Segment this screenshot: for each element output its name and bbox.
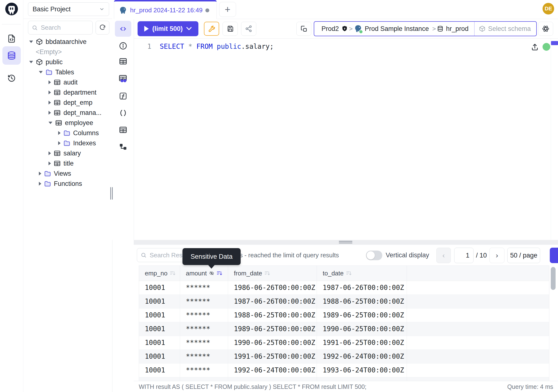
external-tables-button[interactable]	[119, 125, 127, 134]
tree-item-views[interactable]: Views	[23, 168, 112, 179]
table-cell[interactable]: 1992-06-24T00:00:00Z	[317, 350, 407, 363]
table-row[interactable]: 10001******1993-06-24T00:00:00Z1994-06-2…	[139, 377, 549, 381]
caret-down-icon[interactable]	[49, 122, 52, 124]
tree-item-employee[interactable]: employee	[23, 118, 112, 128]
table-cell[interactable]	[407, 350, 549, 363]
upload-button[interactable]	[531, 43, 539, 52]
database-nav-button[interactable]	[2, 46, 21, 65]
table-row[interactable]: 10001******1987-06-26T00:00:00Z1988-06-2…	[139, 295, 549, 308]
table-cell[interactable]: 1991-06-25T00:00:00Z	[228, 350, 317, 363]
table-cell[interactable]: ******	[180, 336, 228, 349]
table-cell[interactable]: 1986-06-26T00:00:00Z	[228, 281, 317, 295]
table-cell[interactable]	[407, 281, 549, 295]
table-cell[interactable]	[407, 364, 549, 377]
caret-right-icon[interactable]	[39, 182, 41, 186]
connection-breadcrumb[interactable]: Prod2 > Prod Sample Instance > hr_prod S…	[314, 21, 537, 36]
sort-icon[interactable]	[264, 270, 270, 276]
sql-editor-mode-button[interactable]	[115, 21, 131, 37]
share-button[interactable]	[241, 22, 256, 36]
chevron-down-icon[interactable]	[186, 26, 192, 31]
bytebase-logo[interactable]	[3, 1, 20, 18]
tree-item-public[interactable]: public	[23, 57, 112, 67]
panel-splitter[interactable]	[134, 240, 558, 245]
wrench-button[interactable]	[204, 22, 219, 36]
column-header-from_date[interactable]: from_date	[228, 266, 317, 281]
eye-off-icon[interactable]	[209, 270, 214, 276]
tree-item-department[interactable]: department	[23, 87, 112, 97]
tree-item-functions[interactable]: Functions	[23, 179, 112, 189]
schema-selector[interactable]: Select schema	[474, 25, 531, 33]
vertical-display-toggle[interactable]	[366, 251, 382, 260]
table-cell[interactable]: 1987-06-26T00:00:00Z	[228, 295, 317, 308]
caret-right-icon[interactable]	[49, 80, 51, 84]
history-button[interactable]	[2, 69, 21, 87]
table-cell[interactable]: 1987-06-26T00:00:00Z	[317, 281, 407, 295]
table-cell[interactable]	[407, 377, 549, 381]
table-cell[interactable]: 1993-06-24T00:00:00Z	[317, 364, 407, 377]
caret-right-icon[interactable]	[58, 141, 61, 145]
table-cell[interactable]: 1990-06-25T00:00:00Z	[317, 322, 407, 336]
save-sheet-button[interactable]	[223, 22, 238, 36]
info-button[interactable]	[119, 42, 127, 50]
sort-icon[interactable]	[217, 270, 222, 276]
table-cell[interactable]	[407, 295, 549, 308]
tree-item-salary[interactable]: salary	[23, 148, 112, 158]
ai-assistant-button[interactable]	[538, 22, 553, 36]
column-header-amount[interactable]: amount	[180, 266, 228, 281]
table-info-button[interactable]	[119, 57, 127, 66]
table-cell[interactable]: 10001	[139, 377, 180, 381]
tree-item-bbdataarchive[interactable]: bbdataarchive	[23, 37, 112, 47]
table-cell[interactable]	[407, 308, 549, 322]
table-cell[interactable]: 1989-06-25T00:00:00Z	[317, 308, 407, 322]
table-cell[interactable]: 1988-06-25T00:00:00Z	[228, 308, 317, 322]
caret-right-icon[interactable]	[39, 172, 41, 175]
caret-down-icon[interactable]	[29, 41, 33, 43]
run-query-button[interactable]: (limit 500)	[138, 21, 198, 36]
table-cell[interactable]: 10001	[139, 322, 180, 336]
table-cell[interactable]: ******	[180, 350, 228, 363]
table-cell[interactable]: ******	[180, 364, 228, 377]
table-cell[interactable]: 1992-06-24T00:00:00Z	[228, 364, 317, 377]
table-row[interactable]: 10001******1989-06-25T00:00:00Z1990-06-2…	[139, 322, 549, 336]
table-cell[interactable]: ******	[180, 295, 228, 308]
table-cell[interactable]	[407, 322, 549, 336]
tree-item-indexes[interactable]: Indexes	[23, 138, 112, 148]
caret-right-icon[interactable]	[49, 111, 51, 115]
caret-down-icon[interactable]	[39, 71, 43, 73]
user-avatar[interactable]: DE	[542, 3, 554, 15]
caret-down-icon[interactable]	[29, 61, 33, 63]
page-size-select[interactable]: 50 / page	[507, 248, 540, 263]
table-row[interactable]: 10001******1986-06-26T00:00:00Z1987-06-2…	[139, 281, 549, 295]
table-cell[interactable]: 10001	[139, 364, 180, 377]
table-scrollbar-thumb[interactable]	[551, 267, 556, 290]
table-cell[interactable]: ******	[180, 377, 228, 381]
tree-item-dept-mana[interactable]: dept_mana...	[23, 108, 112, 118]
results-panel-resize-handle[interactable]	[339, 241, 352, 244]
caret-right-icon[interactable]	[49, 101, 51, 105]
batch-query-button[interactable]	[296, 22, 311, 36]
page-number-input[interactable]	[454, 248, 472, 263]
tree-item-tables[interactable]: Tables	[23, 67, 112, 77]
tree-item-audit[interactable]: audit	[23, 77, 112, 87]
table-cell[interactable]: 10001	[139, 350, 180, 363]
tree-item-dept-emp[interactable]: dept_emp	[23, 97, 112, 108]
table-cell[interactable]: 10001	[139, 308, 180, 322]
procedures-button[interactable]	[119, 109, 127, 117]
sort-icon[interactable]	[170, 270, 175, 276]
project-selector[interactable]: Basic Project	[28, 2, 109, 16]
caret-right-icon[interactable]	[49, 161, 51, 165]
table-row[interactable]: 10001******1991-06-25T00:00:00Z1992-06-2…	[139, 350, 549, 364]
table-cell[interactable]: ******	[180, 281, 228, 295]
tree-item-empty[interactable]: <Empty>	[23, 47, 112, 57]
sidebar-search[interactable]	[28, 21, 93, 35]
column-header-emp_no[interactable]: emp_no	[139, 266, 180, 281]
sidebar-search-input[interactable]	[40, 24, 87, 32]
table-row[interactable]: 10001******1990-06-25T00:00:00Z1991-06-2…	[139, 336, 549, 350]
page-number-box[interactable]	[454, 248, 473, 263]
table-cell[interactable]: 1988-06-25T00:00:00Z	[317, 295, 407, 308]
next-page-button[interactable]: ›	[489, 248, 505, 263]
prev-page-button[interactable]: ‹	[436, 248, 451, 263]
table-cell[interactable]: 10001	[139, 295, 180, 308]
tab-active[interactable]: hr_prod 2024-11-22 16:49	[114, 0, 217, 19]
table-cell[interactable]: 1991-06-25T00:00:00Z	[317, 336, 407, 349]
